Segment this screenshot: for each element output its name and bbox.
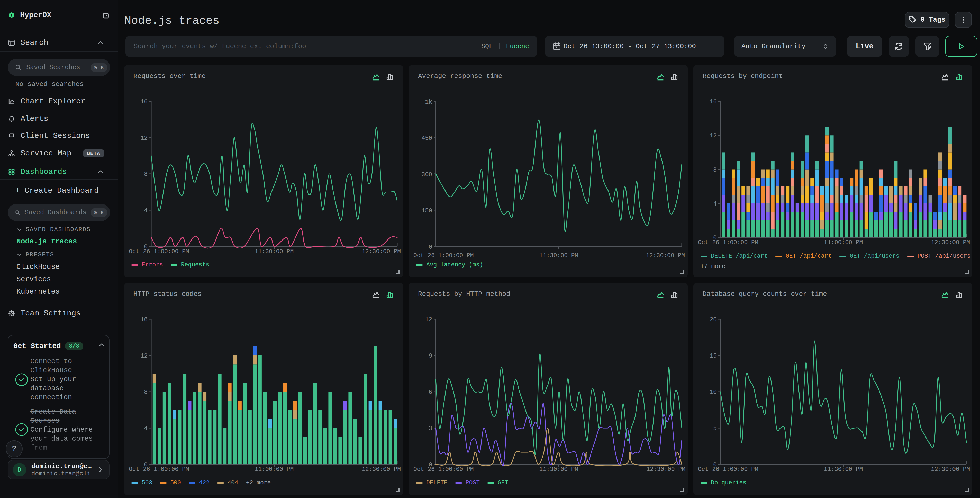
svg-text:11:00:00 PM: 11:00:00 PM bbox=[824, 239, 863, 246]
svg-text:6: 6 bbox=[428, 389, 432, 396]
svg-text:4: 4 bbox=[713, 201, 717, 208]
svg-text:Oct 26 1:00:00 PM: Oct 26 1:00:00 PM bbox=[414, 252, 474, 259]
svg-text:12: 12 bbox=[425, 316, 432, 323]
svg-text:Oct 26 1:00:00 PM: Oct 26 1:00:00 PM bbox=[129, 466, 189, 473]
svg-text:Oct 26 1:00:00 PM: Oct 26 1:00:00 PM bbox=[129, 248, 189, 255]
svg-text:12:30:00 PM: 12:30:00 PM bbox=[646, 252, 685, 259]
svg-text:11:30:00 PM: 11:30:00 PM bbox=[824, 466, 863, 473]
svg-text:3: 3 bbox=[428, 425, 432, 432]
svg-text:10: 10 bbox=[710, 389, 717, 396]
svg-text:1k: 1k bbox=[425, 99, 432, 105]
svg-text:4: 4 bbox=[144, 208, 148, 214]
svg-text:12:30:00 PM: 12:30:00 PM bbox=[362, 248, 401, 255]
svg-text:8: 8 bbox=[144, 171, 148, 178]
svg-text:12:30:00 PM: 12:30:00 PM bbox=[931, 239, 970, 246]
svg-text:12: 12 bbox=[140, 135, 148, 142]
svg-text:4: 4 bbox=[144, 425, 148, 432]
svg-text:150: 150 bbox=[422, 208, 432, 214]
svg-text:16: 16 bbox=[140, 316, 148, 323]
svg-text:11:30:00 PM: 11:30:00 PM bbox=[255, 248, 294, 255]
svg-text:15: 15 bbox=[710, 353, 717, 359]
svg-text:12: 12 bbox=[710, 132, 717, 139]
svg-text:8: 8 bbox=[144, 389, 148, 396]
svg-text:9: 9 bbox=[428, 353, 432, 359]
svg-text:8: 8 bbox=[713, 167, 717, 173]
svg-text:12:30:00 PM: 12:30:00 PM bbox=[931, 466, 970, 473]
svg-text:5: 5 bbox=[713, 425, 717, 432]
svg-text:12:30:00 PM: 12:30:00 PM bbox=[646, 466, 686, 473]
svg-text:16: 16 bbox=[140, 99, 148, 105]
svg-text:Oct 26 1:00:00 PM: Oct 26 1:00:00 PM bbox=[414, 466, 474, 473]
svg-text:20: 20 bbox=[710, 316, 717, 323]
svg-text:16: 16 bbox=[710, 99, 717, 105]
svg-text:Oct 26 1:00:00 PM: Oct 26 1:00:00 PM bbox=[698, 239, 758, 246]
svg-text:Oct 26 1:00:00 PM: Oct 26 1:00:00 PM bbox=[698, 466, 758, 473]
svg-text:11:30:00 PM: 11:30:00 PM bbox=[539, 252, 578, 259]
svg-text:12:30:00 PM: 12:30:00 PM bbox=[362, 466, 401, 473]
svg-text:11:00:00 PM: 11:00:00 PM bbox=[255, 466, 294, 473]
svg-text:12: 12 bbox=[140, 353, 148, 359]
svg-text:450: 450 bbox=[422, 135, 432, 142]
svg-text:300: 300 bbox=[422, 171, 432, 178]
svg-text:11:30:00 PM: 11:30:00 PM bbox=[539, 466, 578, 473]
svg-text:0: 0 bbox=[428, 244, 432, 251]
